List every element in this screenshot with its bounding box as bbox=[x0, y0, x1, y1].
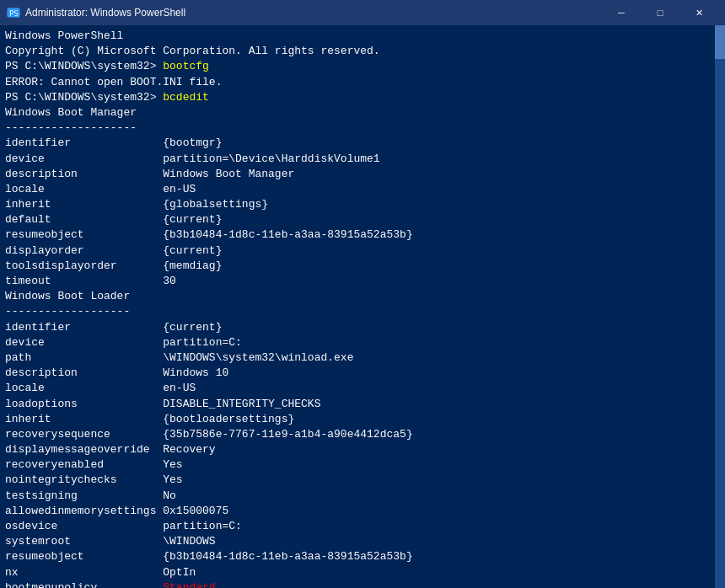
terminal-line: description Windows Boot Manager bbox=[5, 167, 720, 182]
terminal-line: recoverysequence {35b7586e-7767-11e9-a1b… bbox=[5, 427, 720, 442]
terminal-line: Windows Boot Manager bbox=[5, 105, 720, 120]
maximize-button[interactable]: □ bbox=[641, 0, 679, 25]
terminal-line: nointegritychecks Yes bbox=[5, 473, 720, 488]
terminal-line: Windows Boot Loader bbox=[5, 289, 720, 304]
terminal-line: resumeobject {b3b10484-1d8c-11eb-a3aa-83… bbox=[5, 227, 720, 243]
terminal-line: locale en-US bbox=[5, 182, 720, 197]
terminal-line: ERROR: Cannot open BOOT.INI file. bbox=[5, 75, 720, 90]
terminal-line: device partition=C: bbox=[5, 335, 720, 350]
terminal-line: identifier {current} bbox=[5, 320, 720, 335]
terminal-line: device partition=\Device\HarddiskVolume1 bbox=[5, 152, 720, 167]
terminal-line: systemroot \WINDOWS bbox=[5, 534, 720, 549]
scrollbar[interactable] bbox=[715, 25, 725, 588]
terminal-line: locale en-US bbox=[5, 381, 720, 396]
terminal-line: PS C:\WINDOWS\system32> bootcfg bbox=[5, 59, 720, 74]
terminal-line: ------------------- bbox=[5, 304, 720, 319]
terminal-line: nx OptIn bbox=[5, 565, 720, 580]
terminal-line: loadoptions DISABLE_INTEGRITY_CHECKS bbox=[5, 397, 720, 412]
terminal-line: identifier {bootmgr} bbox=[5, 136, 720, 151]
terminal-line: resumeobject {b3b10484-1d8c-11eb-a3aa-83… bbox=[5, 549, 720, 564]
terminal-line: Windows PowerShell bbox=[5, 29, 720, 44]
terminal-line: Copyright (C) Microsoft Corporation. All… bbox=[5, 44, 720, 59]
terminal-line: description Windows 10 bbox=[5, 366, 720, 381]
terminal-line: displayorder {current} bbox=[5, 243, 720, 259]
title-bar-controls: ─ □ ✕ bbox=[602, 0, 718, 25]
terminal-line: toolsdisplayorder {memdiag} bbox=[5, 259, 720, 274]
terminal-line: default {current} bbox=[5, 212, 720, 227]
minimize-button[interactable]: ─ bbox=[602, 0, 641, 25]
terminal-line: allowedinmemorysettings 0x15000075 bbox=[5, 504, 720, 519]
terminal-line: testsigning No bbox=[5, 489, 720, 504]
terminal-line: recoveryenabled Yes bbox=[5, 457, 720, 473]
close-button[interactable]: ✕ bbox=[679, 0, 718, 25]
title-bar-text: Administrator: Windows PowerShell bbox=[25, 7, 602, 19]
terminal-line: bootmenupolicy Standard bbox=[5, 580, 720, 588]
scrollbar-thumb[interactable] bbox=[715, 25, 725, 59]
terminal-line: timeout 30 bbox=[5, 274, 720, 289]
terminal[interactable]: Windows PowerShellCopyright (C) Microsof… bbox=[0, 25, 725, 588]
svg-text:PS: PS bbox=[9, 9, 19, 18]
terminal-line: -------------------- bbox=[5, 120, 720, 136]
terminal-line: path \WINDOWS\system32\winload.exe bbox=[5, 350, 720, 366]
terminal-line: osdevice partition=C: bbox=[5, 519, 720, 534]
terminal-line: displaymessageoverride Recovery bbox=[5, 442, 720, 457]
terminal-line: inherit {globalsettings} bbox=[5, 197, 720, 212]
terminal-line: inherit {bootloadersettings} bbox=[5, 412, 720, 427]
terminal-line: PS C:\WINDOWS\system32> bcdedit bbox=[5, 90, 720, 105]
title-bar-icon: PS bbox=[7, 6, 20, 19]
title-bar: PS Administrator: Windows PowerShell ─ □… bbox=[0, 0, 725, 25]
